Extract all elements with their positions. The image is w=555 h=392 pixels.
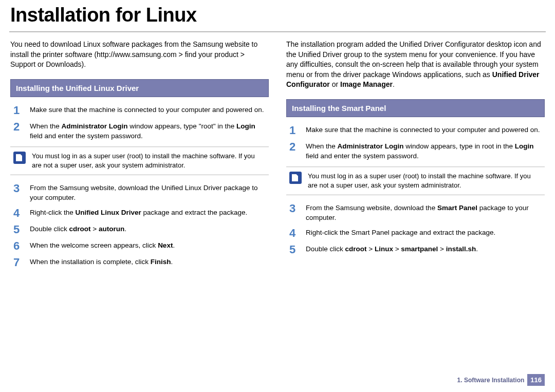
intro-text-right: The installation program added the Unifi… (286, 40, 545, 90)
step-number: 2 (286, 141, 306, 153)
page-footer: 1. Software Installation 116 (457, 374, 545, 386)
section-heading-smart-panel: Installing the Smart Panel (286, 99, 545, 117)
step-text: From the Samsung website, download the U… (30, 182, 269, 203)
step-number: 5 (10, 223, 30, 236)
section-heading-unified-driver: Installing the Unified Linux Driver (10, 79, 269, 97)
right-column: The installation program added the Unifi… (286, 40, 545, 273)
step-number: 1 (286, 124, 306, 137)
page-title: Installation for Linux (0, 0, 555, 31)
step-number: 3 (10, 182, 30, 195)
step-number: 2 (10, 121, 30, 133)
step-text: When the installation is complete, click… (30, 256, 173, 267)
note-box: You must log in as a super user (root) t… (286, 166, 545, 195)
note-icon (289, 172, 302, 184)
step-text: Double click cdroot > autorun. (30, 223, 126, 234)
step-number: 7 (10, 256, 30, 269)
step-text: Double click cdroot > Linux > smartpanel… (306, 244, 478, 254)
footer-chapter: 1. Software Installation (457, 377, 525, 384)
step-text: When the Administrator Login window appe… (306, 141, 545, 161)
two-column-layout: You need to download Linux software pack… (0, 40, 555, 273)
step-4: 4 Right-click the Unified Linux Driver p… (10, 207, 269, 219)
step-number: 6 (10, 240, 30, 252)
step-text: From the Samsung website, download the S… (306, 202, 545, 223)
step-number: 1 (10, 104, 30, 117)
title-divider (9, 31, 546, 32)
intro-text-left: You need to download Linux software pack… (10, 40, 269, 70)
step-text: When the Administrator Login window appe… (30, 121, 269, 141)
footer-page-number: 116 (527, 374, 545, 386)
left-column: You need to download Linux software pack… (10, 40, 269, 273)
step-number: 4 (10, 207, 30, 219)
step-1: 1 Make sure that the machine is connecte… (286, 124, 545, 137)
step-text: Right-click the Smart Panel package and … (306, 227, 495, 238)
step-5: 5 Double click cdroot > Linux > smartpan… (286, 244, 545, 256)
step-text: Right-click the Unified Linux Driver pac… (30, 207, 247, 218)
note-text: You must log in as a super user (root) t… (308, 172, 542, 190)
note-box: You must log in as a super user (root) t… (10, 146, 269, 175)
step-text: Make sure that the machine is connected … (30, 104, 264, 115)
step-1: 1 Make sure that the machine is connecte… (10, 104, 269, 117)
note-icon (13, 152, 26, 164)
step-2: 2 When the Administrator Login window ap… (286, 141, 545, 161)
step-7: 7 When the installation is complete, cli… (10, 256, 269, 269)
step-number: 5 (286, 244, 306, 256)
step-3: 3 From the Samsung website, download the… (10, 182, 269, 203)
note-text: You must log in as a super user (root) t… (32, 152, 266, 170)
step-text: When the welcome screen appears, click N… (30, 240, 175, 251)
step-4: 4 Right-click the Smart Panel package an… (286, 227, 545, 239)
step-3: 3 From the Samsung website, download the… (286, 202, 545, 223)
step-text: Make sure that the machine is connected … (306, 124, 540, 135)
step-number: 3 (286, 202, 306, 215)
step-6: 6 When the welcome screen appears, click… (10, 240, 269, 252)
step-2: 2 When the Administrator Login window ap… (10, 121, 269, 141)
step-5: 5 Double click cdroot > autorun. (10, 223, 269, 236)
step-number: 4 (286, 227, 306, 239)
